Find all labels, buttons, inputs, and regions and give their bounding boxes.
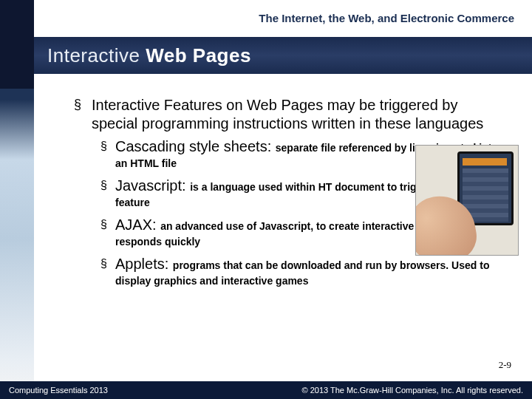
- footer-left: Computing Essentials 2013: [9, 386, 108, 395]
- chapter-title: The Internet, the Web, and Electronic Co…: [259, 12, 514, 24]
- left-decorative-strip: [0, 0, 34, 399]
- footer-bar: Computing Essentials 2013 © 2013 The Mc.…: [0, 381, 532, 399]
- page-number: 2-9: [499, 359, 511, 371]
- slide-title-plain: Interactive: [47, 44, 146, 66]
- footer-right: © 2013 The Mc.Graw-Hill Companies, Inc. …: [301, 386, 523, 395]
- slide-title: Interactive Web Pages: [47, 44, 251, 67]
- list-item: Applets: programs that can be downloaded…: [100, 255, 502, 288]
- term: Cascading style sheets:: [115, 138, 276, 154]
- slide-title-bold: Web Pages: [146, 44, 251, 66]
- term: Applets:: [115, 256, 173, 272]
- touchscreen-image: [415, 145, 519, 256]
- term: Javascript:: [115, 177, 190, 194]
- term: AJAX:: [115, 216, 160, 233]
- slide-title-bar: Interactive Web Pages: [34, 37, 532, 74]
- main-bullet: Interactive Features on Web Pages may be…: [74, 96, 502, 133]
